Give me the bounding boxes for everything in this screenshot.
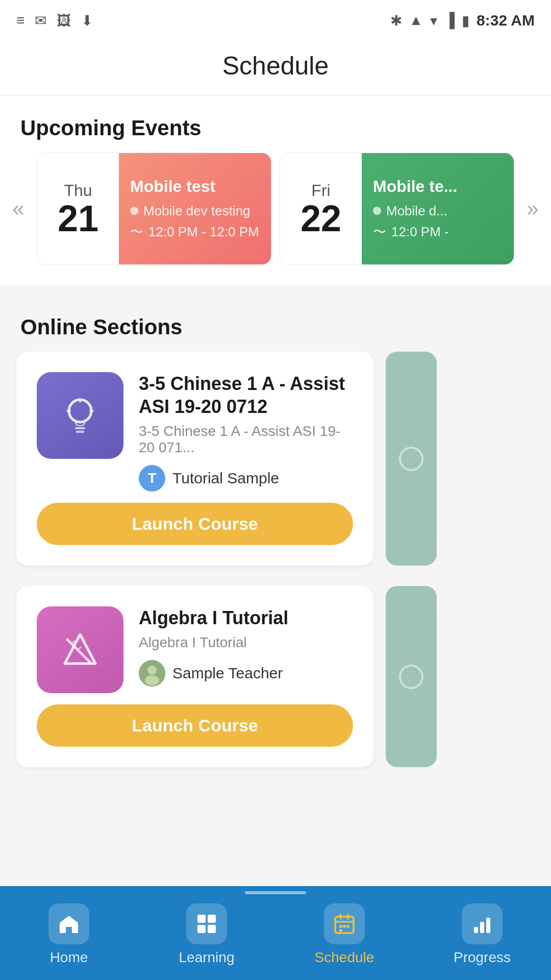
course-row-1: 3-5 Chinese 1 A - Assist ASI 19-20 0712 … [0, 352, 551, 586]
svg-point-6 [400, 448, 422, 470]
bluetooth-icon: ✱ [390, 12, 402, 29]
launch-button-2[interactable]: Launch Course [37, 704, 353, 747]
partial-circle-icon-2 [396, 662, 427, 692]
cal-event-sub-thu: Mobile dev testing [143, 203, 251, 219]
calendar-card-fri[interactable]: Fri 22 Mobile te... Mobile d... 〜 12:0 P… [280, 153, 514, 265]
chart-icon [471, 913, 493, 935]
progress-icon-bg [462, 903, 503, 944]
page-header: Schedule [0, 37, 551, 95]
schedule-icon-bg [324, 903, 365, 944]
svg-rect-28 [480, 922, 484, 933]
nav-item-schedule[interactable]: Schedule [293, 898, 395, 966]
main-content: Upcoming Events « Thu 21 Mobile test Mob… [0, 95, 551, 788]
nav-item-home[interactable]: Home [18, 898, 120, 966]
svg-rect-18 [208, 925, 216, 933]
status-icons-left: ≡ ✉ 🖼 ⬇ [16, 12, 93, 29]
learning-icon-bg [186, 903, 227, 944]
teacher-photo [139, 660, 165, 687]
course-row-2: Algebra I Tutorial Algebra I Tutorial Sa [0, 586, 551, 788]
teacher-avatar-2 [139, 660, 165, 687]
cal-event-title-fri: Mobile te... [373, 177, 503, 196]
nav-label-learning: Learning [179, 949, 235, 966]
svg-rect-17 [197, 925, 206, 933]
cal-event-sub-row-fri: Mobile d... [373, 203, 503, 219]
home-icon [58, 913, 80, 935]
svg-point-25 [346, 925, 349, 928]
email-icon: ✉ [35, 12, 46, 29]
calendar-row: « Thu 21 Mobile test Mobile dev testing … [0, 153, 551, 285]
next-arrow[interactable]: » [514, 153, 551, 265]
course-card-1[interactable]: 3-5 Chinese 1 A - Assist ASI 19-20 0712 … [16, 352, 373, 566]
course-card-2[interactable]: Algebra I Tutorial Algebra I Tutorial Sa [16, 586, 373, 767]
course-info-2: Algebra I Tutorial Algebra I Tutorial Sa [139, 606, 353, 693]
partial-circle-icon [396, 444, 427, 474]
svg-rect-15 [197, 915, 206, 923]
chevron-left-icon: « [12, 197, 24, 221]
signal-icon: ▲ [409, 12, 423, 29]
course-top-2: Algebra I Tutorial Algebra I Tutorial Sa [37, 606, 353, 693]
online-sections: Online Sections [0, 297, 551, 788]
svg-point-12 [147, 666, 157, 675]
course-icon-2 [37, 606, 123, 693]
svg-rect-29 [486, 918, 490, 933]
status-right: ✱ ▲ ▾ ▐ ▮ 8:32 AM [390, 12, 535, 29]
upcoming-events-header: Upcoming Events [0, 95, 551, 153]
nav-indicator [245, 891, 306, 894]
teacher-row-1: T Tutorial Sample [139, 465, 353, 492]
svg-marker-7 [65, 634, 95, 664]
ruler-compass-icon [57, 627, 103, 673]
course-info-1: 3-5 Chinese 1 A - Assist ASI 19-20 0712 … [139, 372, 353, 492]
cal-event-sub-fri: Mobile d... [386, 203, 447, 219]
cal-event-time-thu: 12:0 PM - 12:0 PM [148, 224, 259, 240]
download-icon: ⬇ [81, 12, 93, 29]
launch-button-1[interactable]: Launch Course [37, 503, 353, 545]
course-title-2: Algebra I Tutorial [139, 606, 353, 629]
cal-event-time-fri: 12:0 PM - [391, 224, 449, 240]
nav-label-progress: Progress [454, 949, 511, 966]
course-subtitle-1: 3-5 Chinese 1 A - Assist ASI 19-20 071..… [139, 423, 353, 456]
nav-label-schedule: Schedule [315, 949, 374, 966]
cal-event-thu: Mobile test Mobile dev testing 〜 12:0 PM… [119, 153, 271, 264]
cal-dot-fri [373, 207, 381, 215]
menu-icon: ≡ [16, 12, 24, 29]
nav-item-learning[interactable]: Learning [156, 898, 258, 966]
svg-point-14 [400, 666, 422, 688]
lightbulb-icon [57, 393, 103, 438]
teacher-name-2: Sample Teacher [172, 665, 283, 682]
cal-date-fri: Fri 22 [280, 153, 362, 264]
page-title: Schedule [222, 52, 329, 80]
calendar-icon [333, 913, 356, 935]
cal-event-fri: Mobile te... Mobile d... 〜 12:0 PM - [362, 153, 514, 264]
cal-day-name-thu: Thu [64, 181, 92, 200]
svg-point-13 [145, 675, 159, 685]
wifi-icon: ▾ [430, 12, 437, 29]
cal-time-row-thu: 〜 12:0 PM - 12:0 PM [130, 223, 260, 241]
teacher-row-2: Sample Teacher [139, 660, 353, 687]
svg-point-26 [339, 929, 342, 932]
nav-item-progress[interactable]: Progress [431, 898, 533, 966]
upcoming-events-section: Upcoming Events « Thu 21 Mobile test Mob… [0, 95, 551, 285]
bottom-navigation: Home Learning Sc [0, 886, 551, 980]
svg-rect-16 [208, 915, 216, 923]
online-sections-title: Online Sections [20, 315, 182, 339]
course-top-1: 3-5 Chinese 1 A - Assist ASI 19-20 0712 … [37, 372, 353, 492]
battery-icon: ▮ [462, 12, 469, 29]
cal-time-row-fri: 〜 12:0 PM - [373, 223, 503, 241]
svg-point-24 [343, 925, 346, 928]
course-card-2-partial [386, 586, 437, 767]
cal-date-thu: Thu 21 [37, 153, 119, 264]
prev-arrow[interactable]: « [0, 153, 37, 265]
svg-point-23 [339, 925, 342, 928]
course-title-1: 3-5 Chinese 1 A - Assist ASI 19-20 0712 [139, 372, 353, 418]
online-sections-header: Online Sections [0, 297, 551, 352]
trend-icon-fri: 〜 [373, 223, 386, 241]
status-time: 8:32 AM [477, 12, 535, 29]
course-icon-1 [37, 372, 123, 459]
cal-event-sub-row-thu: Mobile dev testing [130, 203, 260, 219]
status-bar: ≡ ✉ 🖼 ⬇ ✱ ▲ ▾ ▐ ▮ 8:32 AM [0, 0, 551, 37]
calendar-card-thu[interactable]: Thu 21 Mobile test Mobile dev testing 〜 … [37, 153, 271, 265]
cal-day-num-fri: 22 [300, 200, 341, 237]
trend-icon-thu: 〜 [130, 223, 143, 241]
course-subtitle-2: Algebra I Tutorial [139, 634, 353, 651]
chevron-right-icon: » [527, 197, 538, 221]
